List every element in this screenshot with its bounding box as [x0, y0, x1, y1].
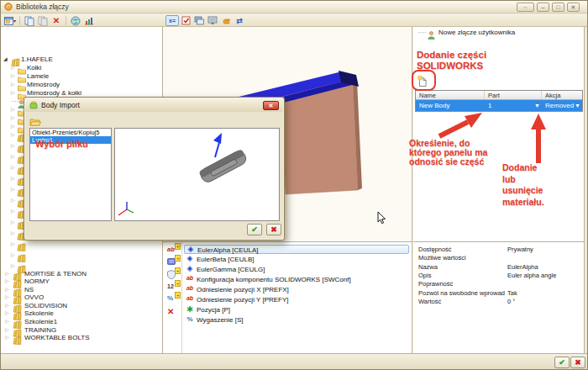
- web-button[interactable]: [69, 15, 82, 26]
- tree-item-hidden[interactable]: ▷: [1, 251, 162, 259]
- tree-item-hidden[interactable]: ▷: [1, 240, 162, 248]
- connector-tree-item[interactable]: Nowe złącze użytkownika: [418, 28, 578, 36]
- property-value: Tak: [507, 289, 517, 297]
- expand-arrow-icon[interactable]: ▷: [11, 153, 15, 159]
- close-button[interactable]: ✕: [567, 3, 580, 12]
- expand-arrow-icon[interactable]: ▷: [11, 89, 15, 95]
- expand-arrow-icon[interactable]: ▷: [11, 262, 15, 268]
- dialog-cancel-button[interactable]: ✖: [266, 224, 281, 235]
- tree-item-root[interactable]: ◢1.HAFELE: [1, 55, 162, 63]
- parameter-item[interactable]: %Wygaszenie [S]: [184, 315, 409, 325]
- parameter-toolbar: ab+ + + 12+ %+ ✕: [163, 242, 182, 354]
- parameter-item[interactable]: ◈EulerGamma [CEULG]: [184, 265, 409, 274]
- body-preview[interactable]: [114, 128, 280, 221]
- expand-arrow-icon[interactable]: ▷: [5, 318, 9, 324]
- property-grid: DostępnośćPrywatnyMożliwe wartościNazwaE…: [413, 241, 585, 354]
- parameter-item[interactable]: ◈EulerAlpha [CEULA]: [184, 245, 409, 254]
- property-label: Możliwe wartości: [418, 254, 505, 262]
- expand-arrow-icon[interactable]: ▷: [11, 114, 15, 120]
- minimize-button[interactable]: –: [537, 3, 549, 12]
- preview-model: [115, 129, 279, 220]
- expand-arrow-icon[interactable]: ▷: [11, 131, 15, 137]
- property-row: NazwaEulerAlpha: [417, 263, 582, 272]
- tree-item-label: Szkolenie: [24, 309, 54, 317]
- expand-arrow-icon[interactable]: ◢: [3, 56, 8, 61]
- parameters-toggle-button[interactable]: x=: [165, 15, 179, 26]
- tree-item[interactable]: ▷Lamele: [1, 71, 162, 80]
- tree-item[interactable]: ▷Mimośrody & kołki: [1, 88, 162, 97]
- expand-arrow-icon[interactable]: ▷: [5, 293, 9, 299]
- parameter-item[interactable]: abOdniesienie pozycji X [PREFX]: [184, 285, 409, 294]
- window-title: Biblioteka złączy: [16, 3, 69, 11]
- apply-button[interactable]: ✔: [554, 357, 570, 368]
- expand-arrow-icon[interactable]: ▷: [11, 106, 15, 112]
- expand-arrow-icon[interactable]: ▷: [11, 142, 15, 148]
- table-row[interactable]: New Body 1▼ Removed▼: [416, 100, 582, 111]
- maximize-button[interactable]: □: [552, 3, 564, 12]
- tree-item[interactable]: ▷Kołki: [1, 63, 162, 71]
- tree-item[interactable]: ▷Szkolenie1: [1, 317, 162, 325]
- tree-item-label: Lamele: [27, 72, 49, 80]
- tree-item-label: OVVO: [24, 293, 44, 301]
- expand-arrow-icon[interactable]: ▷: [11, 164, 15, 170]
- expand-arrow-icon[interactable]: ▷: [5, 302, 9, 308]
- tree-item[interactable]: ▷OVVO: [1, 293, 162, 301]
- expand-arrow-icon[interactable]: ▷: [11, 81, 15, 87]
- layers-button[interactable]: [192, 15, 206, 26]
- parameter-item[interactable]: abOdniesienie pozycji Y [PREFY]: [184, 295, 409, 304]
- dialog-close-button[interactable]: ✕: [263, 101, 279, 110]
- paste-icon: [38, 16, 48, 26]
- tree-item[interactable]: ▷NORMY: [1, 277, 162, 285]
- parameter-label: EulerBeta [CEULB]: [197, 256, 254, 263]
- new-library-menu-button[interactable]: ▾: [3, 15, 17, 26]
- delete-parameter-button[interactable]: ✕: [167, 307, 181, 318]
- property-row: Poprawność: [417, 280, 582, 288]
- expand-arrow-icon[interactable]: ▷: [5, 326, 9, 332]
- pick-button[interactable]: [219, 15, 233, 26]
- tree-item[interactable]: ▷Szkolenie: [1, 309, 162, 317]
- dock-toggle-button[interactable]: ⇔: [517, 3, 534, 12]
- tree-item[interactable]: ▷WORKTABLE BOLTS: [1, 333, 162, 341]
- part-dropdown[interactable]: 1▼: [485, 100, 542, 111]
- paste-button[interactable]: [36, 15, 50, 26]
- chevron-down-icon: ▼: [534, 100, 540, 111]
- dialog-titlebar[interactable]: Body Import ✕: [25, 98, 283, 112]
- expand-arrow-icon[interactable]: ▷: [5, 270, 9, 276]
- expand-arrow-icon[interactable]: ▷: [11, 64, 15, 70]
- tree-item-label: Kołki: [27, 64, 41, 71]
- body-list-item[interactable]: Obiekt-Przenieś/Kopiuj5: [30, 129, 111, 136]
- statistics-button[interactable]: [82, 15, 96, 26]
- expand-arrow-icon[interactable]: ▷: [11, 186, 15, 192]
- monitor-icon: [207, 16, 218, 25]
- tree-item[interactable]: ▷Mimośrody: [1, 80, 162, 88]
- parameter-item[interactable]: ∗Pozycja [P]: [184, 305, 409, 314]
- mirror-button[interactable]: ⇄: [233, 15, 246, 26]
- expand-arrow-icon[interactable]: ▷: [5, 286, 9, 292]
- open-folder-icon: [29, 117, 41, 126]
- expand-arrow-icon[interactable]: ▷: [11, 175, 15, 181]
- parameter-item[interactable]: abKonfiguracja komponentu SOLIDWORKS [SW…: [184, 275, 409, 284]
- property-row: Wartość0 °: [417, 298, 582, 306]
- preview-button[interactable]: [206, 15, 219, 26]
- expand-arrow-icon[interactable]: ▷: [11, 72, 15, 78]
- akcja-dropdown[interactable]: Removed▼: [542, 100, 582, 111]
- expand-arrow-icon[interactable]: ▷: [11, 251, 15, 257]
- delete-button[interactable]: ✕: [50, 15, 63, 26]
- dialog-ok-button[interactable]: ✔: [247, 224, 262, 235]
- expand-arrow-icon[interactable]: ▷: [5, 309, 9, 315]
- validate-button[interactable]: [179, 15, 192, 26]
- add-suppression-parameter-button[interactable]: %+: [167, 294, 181, 305]
- titlebar[interactable]: Biblioteka złączy ⇔ – □ ✕: [1, 1, 587, 13]
- parameter-label: Wygaszenie [S]: [197, 316, 244, 324]
- expand-arrow-icon[interactable]: ▷: [11, 219, 15, 225]
- parameter-item[interactable]: ◈EulerBeta [CEULB]: [184, 255, 409, 264]
- expand-arrow-icon[interactable]: ▷: [11, 123, 15, 129]
- copy-button[interactable]: [23, 15, 36, 26]
- expand-arrow-icon[interactable]: ▷: [11, 230, 15, 235]
- expand-arrow-icon[interactable]: ▷: [11, 197, 15, 203]
- expand-arrow-icon[interactable]: ▷: [11, 240, 15, 246]
- cancel-button[interactable]: ✖: [570, 357, 585, 368]
- expand-arrow-icon[interactable]: ▷: [11, 208, 15, 214]
- expand-arrow-icon[interactable]: ▷: [5, 334, 9, 340]
- expand-arrow-icon[interactable]: ▷: [5, 278, 9, 283]
